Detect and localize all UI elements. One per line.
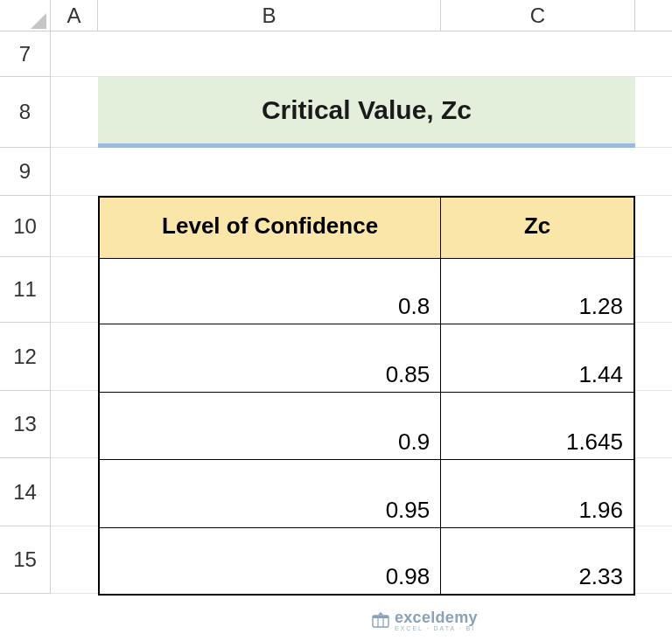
- cell-zc[interactable]: 1.96: [441, 459, 634, 527]
- spreadsheet: A B C 789101112131415 Critical Value, Zc…: [0, 0, 672, 641]
- cell-C7[interactable]: [441, 31, 635, 76]
- row-header-14[interactable]: 14: [0, 458, 50, 526]
- select-all-corner[interactable]: [0, 0, 51, 31]
- cells-area[interactable]: Critical Value, Zc Level of Confidence Z…: [51, 31, 672, 594]
- cell-A13[interactable]: [51, 391, 98, 457]
- svg-marker-5: [378, 612, 383, 615]
- row-header-12[interactable]: 12: [0, 323, 50, 391]
- table-row: 0.91.645: [99, 392, 634, 459]
- watermark-text: exceldemy EXCEL · DATA · BI: [395, 609, 478, 631]
- column-header-B[interactable]: B: [98, 0, 441, 31]
- cell-confidence[interactable]: 0.9: [99, 392, 441, 459]
- watermark-brand: exceldemy: [395, 609, 478, 627]
- cell-A10[interactable]: [51, 196, 98, 256]
- column-header-row: A B C: [0, 0, 672, 31]
- cell-A15[interactable]: [51, 526, 98, 593]
- cell-confidence[interactable]: 0.95: [99, 459, 441, 527]
- cell-zc[interactable]: 1.44: [441, 324, 634, 392]
- row-header-7[interactable]: 7: [0, 31, 50, 77]
- grid-row-9: [51, 148, 672, 196]
- cell-confidence[interactable]: 0.98: [99, 527, 441, 595]
- header-confidence[interactable]: Level of Confidence: [99, 197, 441, 258]
- table-row: 0.982.33: [99, 527, 634, 595]
- row-header-column: 789101112131415: [0, 31, 51, 594]
- row-header-9[interactable]: 9: [0, 148, 50, 196]
- row-header-8[interactable]: 8: [0, 77, 50, 148]
- row-header-15[interactable]: 15: [0, 526, 50, 594]
- row-header-13[interactable]: 13: [0, 391, 50, 458]
- title-merged-cell[interactable]: Critical Value, Zc: [98, 77, 635, 148]
- cell-A14[interactable]: [51, 458, 98, 526]
- cell-A7[interactable]: [51, 31, 98, 76]
- data-table: Level of Confidence Zc 0.81.280.851.440.…: [98, 196, 635, 596]
- cell-A8[interactable]: [51, 77, 98, 147]
- cell-B7[interactable]: [98, 31, 441, 76]
- row-header-11[interactable]: 11: [0, 257, 50, 323]
- cell-zc[interactable]: 1.645: [441, 392, 634, 459]
- row-header-10[interactable]: 10: [0, 196, 50, 257]
- cell-A12[interactable]: [51, 323, 98, 390]
- table-row: 0.851.44: [99, 324, 634, 392]
- column-header-A[interactable]: A: [51, 0, 98, 31]
- title-text: Critical Value, Zc: [262, 95, 472, 125]
- cell-C9[interactable]: [441, 148, 635, 195]
- table-header-row: Level of Confidence Zc: [99, 197, 634, 258]
- cell-confidence[interactable]: 0.85: [99, 324, 441, 392]
- cell-zc[interactable]: 1.28: [441, 258, 634, 324]
- svg-marker-0: [31, 13, 46, 29]
- watermark-icon: [372, 611, 389, 629]
- column-header-C[interactable]: C: [441, 0, 635, 31]
- cell-A11[interactable]: [51, 257, 98, 322]
- header-zc[interactable]: Zc: [441, 197, 634, 258]
- svg-rect-2: [373, 616, 388, 618]
- table-row: 0.81.28: [99, 258, 634, 324]
- select-all-icon: [31, 13, 46, 29]
- grid-row-7: [51, 31, 672, 77]
- table-row: 0.951.96: [99, 459, 634, 527]
- cell-A9[interactable]: [51, 148, 98, 195]
- watermark: exceldemy EXCEL · DATA · BI: [372, 609, 478, 631]
- cell-B9[interactable]: [98, 148, 441, 195]
- watermark-tagline: EXCEL · DATA · BI: [395, 625, 478, 631]
- cell-confidence[interactable]: 0.8: [99, 258, 441, 324]
- cell-zc[interactable]: 2.33: [441, 527, 634, 595]
